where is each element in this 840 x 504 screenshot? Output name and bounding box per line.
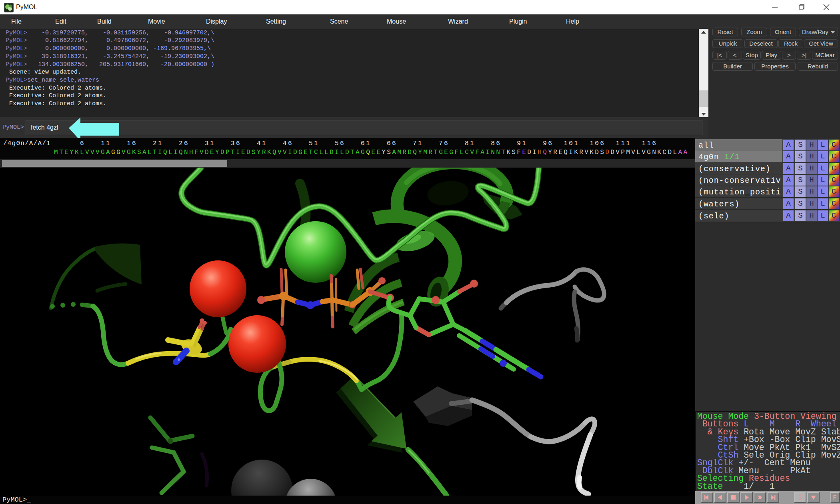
svg-text:S: S (798, 494, 802, 502)
svg-text:F: F (833, 494, 837, 502)
